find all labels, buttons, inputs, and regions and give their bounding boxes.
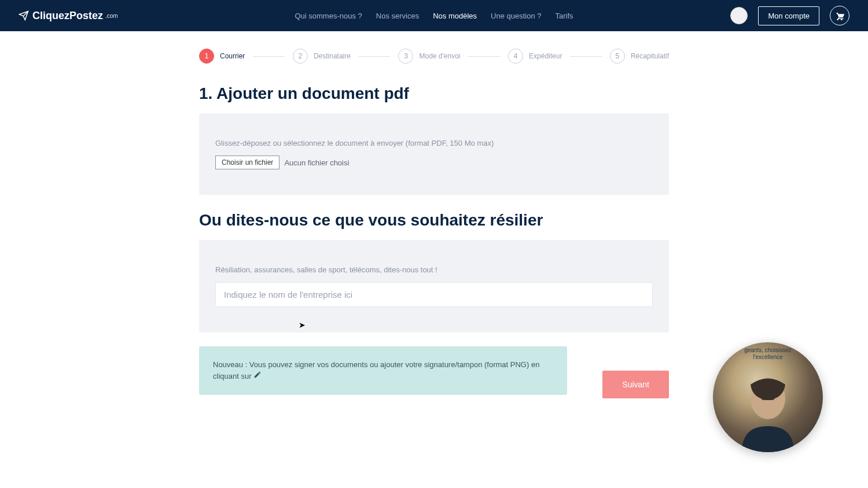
- nav-about[interactable]: Qui sommes-nous ?: [295, 12, 362, 20]
- file-status: Aucun fichier choisi: [284, 158, 349, 167]
- step-destinataire[interactable]: 2 Destinataire: [293, 49, 351, 64]
- company-input[interactable]: [215, 282, 653, 307]
- step-expediteur[interactable]: 4 Expéditeur: [508, 49, 562, 64]
- avatar[interactable]: [730, 7, 748, 24]
- choose-file-button[interactable]: Choisir un fichier: [215, 156, 279, 169]
- step-label: Récapitulatif: [631, 52, 669, 60]
- brand-name: CliquezPostez: [32, 10, 103, 22]
- stepper: 1 Courrier 2 Destinataire 3 Mode d'envoi…: [199, 31, 669, 71]
- cancel-hint: Résiliation, assurances, salles de sport…: [215, 265, 653, 274]
- nav-services[interactable]: Nos services: [376, 12, 419, 20]
- cart-button[interactable]: [830, 6, 849, 25]
- upload-panel[interactable]: Glissez-déposez ou sélectionnez le docum…: [199, 113, 669, 195]
- nav-question[interactable]: Une question ?: [491, 12, 541, 20]
- step-label: Courrier: [220, 52, 245, 60]
- header-right: Mon compte: [730, 6, 849, 25]
- step-number: 1: [199, 49, 214, 64]
- info-banner: Nouveau : Vous pouvez signer vos documen…: [199, 346, 567, 395]
- step-number: 5: [610, 49, 625, 64]
- header-left: CliquezPostez.com: [19, 10, 118, 22]
- nav-pricing[interactable]: Tarifs: [556, 12, 573, 20]
- step-connector: [359, 56, 391, 57]
- step-number: 3: [398, 49, 413, 64]
- step-label: Mode d'envoi: [419, 52, 460, 60]
- step-recapitulatif[interactable]: 5 Récapitulatif: [610, 49, 669, 64]
- step-mode-envoi[interactable]: 3 Mode d'envoi: [398, 49, 460, 64]
- brand-suffix: .com: [105, 13, 118, 19]
- step-number: 2: [293, 49, 308, 64]
- upload-hint: Glissez-déposez ou sélectionnez le docum…: [215, 139, 653, 147]
- pen-icon: [253, 371, 262, 382]
- header: CliquezPostez.com Qui sommes-nous ? Nos …: [0, 0, 868, 31]
- step-label: Destinataire: [314, 52, 351, 60]
- cancel-panel: Résiliation, assurances, salles de sport…: [199, 240, 669, 332]
- step-number: 4: [508, 49, 523, 64]
- step-connector: [253, 56, 285, 57]
- cancel-title: Ou dites-nous ce que vous souhaitez rési…: [199, 211, 669, 230]
- main-container: 1. Ajouter un document pdf Glissez-dépos…: [199, 84, 669, 395]
- account-button[interactable]: Mon compte: [758, 6, 819, 25]
- main-nav: Qui sommes-nous ? Nos services Nos modèl…: [295, 12, 573, 20]
- upload-title: 1. Ajouter un document pdf: [199, 84, 669, 103]
- nav-templates[interactable]: Nos modèles: [433, 12, 477, 20]
- file-row: Choisir un fichier Aucun fichier choisi: [215, 156, 653, 169]
- person-icon: [724, 365, 811, 452]
- cart-icon: [835, 11, 844, 20]
- step-label: Expéditeur: [529, 52, 562, 60]
- logo[interactable]: CliquezPostez.com: [19, 10, 118, 22]
- step-connector: [570, 56, 602, 57]
- video-bubble[interactable]: geants, choisissez l'excellence: [713, 342, 823, 452]
- info-text: Nouveau : Vous pouvez signer vos documen…: [213, 360, 539, 380]
- next-button[interactable]: Suivant: [602, 371, 669, 398]
- paper-plane-icon: [19, 10, 29, 21]
- step-courrier[interactable]: 1 Courrier: [199, 49, 245, 64]
- video-caption: geants, choisissez l'excellence: [733, 347, 803, 361]
- step-connector: [468, 56, 500, 57]
